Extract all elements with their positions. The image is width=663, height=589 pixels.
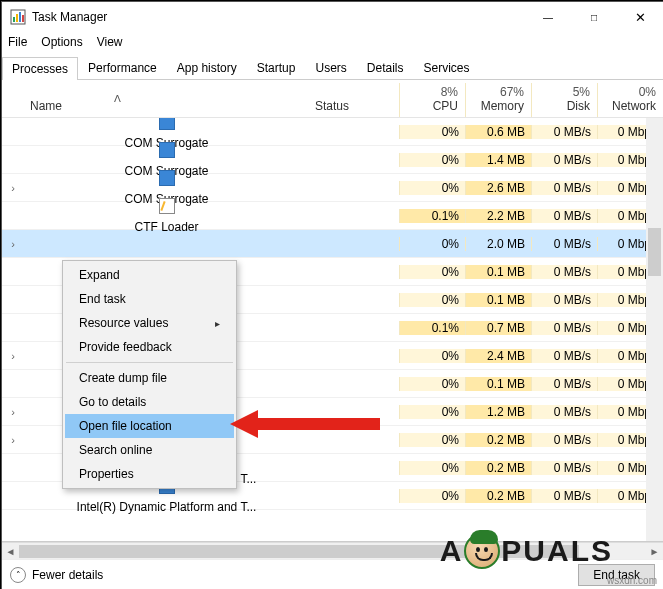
header-cpu[interactable]: 8% CPU bbox=[399, 83, 465, 117]
menu-view[interactable]: View bbox=[97, 35, 123, 49]
disk-cell: 0 MB/s bbox=[531, 209, 597, 223]
expand-toggle[interactable]: › bbox=[2, 434, 24, 446]
menu-file[interactable]: File bbox=[8, 35, 27, 49]
svg-rect-1 bbox=[13, 17, 15, 22]
memory-cell: 2.6 MB bbox=[465, 181, 531, 195]
cm-go-to-details[interactable]: Go to details bbox=[65, 390, 234, 414]
window-title: Task Manager bbox=[32, 10, 525, 24]
memory-cell: 1.4 MB bbox=[465, 153, 531, 167]
cpu-cell: 0% bbox=[399, 293, 465, 307]
annotation-arrow-icon bbox=[230, 406, 380, 442]
cm-search-online-label: Search online bbox=[79, 443, 152, 457]
window-controls: — □ ✕ bbox=[525, 2, 663, 32]
disk-cell: 0 MB/s bbox=[531, 181, 597, 195]
scroll-left-icon[interactable]: ◄ bbox=[2, 543, 19, 560]
tab-details[interactable]: Details bbox=[357, 56, 414, 79]
header-disk[interactable]: 5% Disk bbox=[531, 83, 597, 117]
task-manager-icon bbox=[10, 9, 26, 25]
memory-cell: 0.1 MB bbox=[465, 265, 531, 279]
cm-end-task-label: End task bbox=[79, 292, 126, 306]
table-row[interactable]: ›0%2.0 MB0 MB/s0 Mbps bbox=[2, 230, 663, 258]
watermark-pre: A bbox=[440, 534, 464, 568]
memory-cell: 2.0 MB bbox=[465, 237, 531, 251]
cpu-cell: 0% bbox=[399, 377, 465, 391]
header-network-label: Network bbox=[604, 99, 656, 113]
vertical-scrollbar[interactable] bbox=[646, 118, 663, 541]
header-network[interactable]: 0% Network bbox=[597, 83, 663, 117]
cm-open-file-location[interactable]: Open file location bbox=[65, 414, 234, 438]
expand-toggle[interactable]: › bbox=[2, 238, 24, 250]
table-row[interactable]: CTF Loader0.1%2.2 MB0 MB/s0 Mbps bbox=[2, 202, 663, 230]
header-disk-percent: 5% bbox=[538, 85, 590, 99]
disk-cell: 0 MB/s bbox=[531, 377, 597, 391]
cpu-cell: 0% bbox=[399, 349, 465, 363]
header-network-percent: 0% bbox=[604, 85, 656, 99]
memory-cell: 0.1 MB bbox=[465, 293, 531, 307]
watermark-post: PUALS bbox=[501, 534, 613, 568]
close-button[interactable]: ✕ bbox=[617, 2, 663, 32]
maximize-button[interactable]: □ bbox=[571, 2, 617, 32]
cpu-cell: 0.1% bbox=[399, 209, 465, 223]
cm-expand[interactable]: Expand bbox=[65, 263, 234, 287]
header-name-label: Name bbox=[30, 99, 302, 113]
tab-services[interactable]: Services bbox=[414, 56, 480, 79]
memory-cell: 0.7 MB bbox=[465, 321, 531, 335]
cpu-cell: 0% bbox=[399, 433, 465, 447]
memory-cell: 1.2 MB bbox=[465, 405, 531, 419]
watermark-face-icon bbox=[464, 533, 500, 569]
cpu-cell: 0% bbox=[399, 237, 465, 251]
expand-toggle[interactable]: › bbox=[2, 406, 24, 418]
process-icon bbox=[159, 198, 175, 214]
cm-search-online[interactable]: Search online bbox=[65, 438, 234, 462]
header-memory[interactable]: 67% Memory bbox=[465, 83, 531, 117]
title-bar: Task Manager — □ ✕ bbox=[2, 2, 663, 32]
header-expand bbox=[2, 111, 24, 117]
chevron-up-icon: ˄ bbox=[10, 567, 26, 583]
cm-provide-feedback[interactable]: Provide feedback bbox=[65, 335, 234, 359]
menu-options[interactable]: Options bbox=[41, 35, 82, 49]
tab-performance[interactable]: Performance bbox=[78, 56, 167, 79]
cpu-cell: 0% bbox=[399, 405, 465, 419]
expand-toggle[interactable]: › bbox=[2, 350, 24, 362]
memory-cell: 0.2 MB bbox=[465, 461, 531, 475]
tab-users[interactable]: Users bbox=[305, 56, 356, 79]
tab-processes[interactable]: Processes bbox=[2, 57, 78, 80]
tab-startup[interactable]: Startup bbox=[247, 56, 306, 79]
cpu-cell: 0% bbox=[399, 461, 465, 475]
cm-open-file-location-label: Open file location bbox=[79, 419, 172, 433]
vertical-scrollbar-thumb[interactable] bbox=[648, 228, 661, 276]
disk-cell: 0 MB/s bbox=[531, 125, 597, 139]
memory-cell: 2.4 MB bbox=[465, 349, 531, 363]
fewer-details-button[interactable]: ˄ Fewer details bbox=[10, 567, 103, 583]
task-manager-window: Task Manager — □ ✕ File Options View Pro… bbox=[1, 1, 663, 589]
memory-cell: 2.2 MB bbox=[465, 209, 531, 223]
cm-go-to-details-label: Go to details bbox=[79, 395, 146, 409]
tab-strip: Processes Performance App history Startu… bbox=[2, 56, 663, 80]
cm-properties[interactable]: Properties bbox=[65, 462, 234, 486]
process-icon bbox=[159, 170, 175, 186]
expand-toggle[interactable]: › bbox=[2, 182, 24, 194]
scroll-right-icon[interactable]: ► bbox=[646, 543, 663, 560]
header-name[interactable]: ᐱ Name bbox=[24, 97, 309, 117]
disk-cell: 0 MB/s bbox=[531, 265, 597, 279]
cm-create-dump[interactable]: Create dump file bbox=[65, 366, 234, 390]
svg-rect-4 bbox=[22, 15, 24, 22]
context-menu: Expand End task Resource values Provide … bbox=[62, 260, 237, 489]
header-status[interactable]: Status bbox=[309, 97, 399, 117]
memory-cell: 0.2 MB bbox=[465, 489, 531, 503]
svg-rect-3 bbox=[19, 12, 21, 22]
cpu-cell: 0% bbox=[399, 489, 465, 503]
minimize-button[interactable]: — bbox=[525, 2, 571, 32]
tab-app-history[interactable]: App history bbox=[167, 56, 247, 79]
header-status-label: Status bbox=[315, 99, 349, 113]
watermark-sub: wsxdn.com bbox=[607, 575, 657, 586]
cm-provide-feedback-label: Provide feedback bbox=[79, 340, 172, 354]
cm-resource-values[interactable]: Resource values bbox=[65, 311, 234, 335]
cm-end-task[interactable]: End task bbox=[65, 287, 234, 311]
cpu-cell: 0% bbox=[399, 265, 465, 279]
cpu-cell: 0.1% bbox=[399, 321, 465, 335]
cpu-cell: 0% bbox=[399, 153, 465, 167]
header-cpu-percent: 8% bbox=[406, 85, 458, 99]
process-icon bbox=[159, 118, 175, 130]
cm-separator bbox=[66, 362, 233, 363]
